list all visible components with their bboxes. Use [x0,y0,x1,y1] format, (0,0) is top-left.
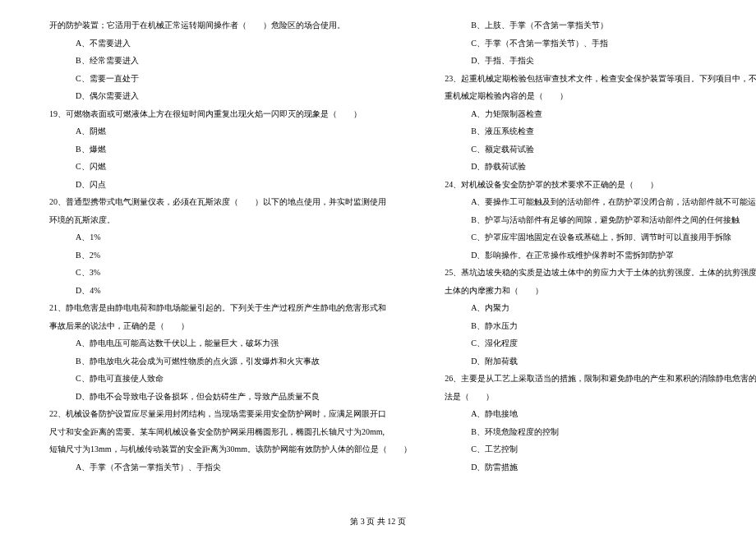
page-footer: 第 3 页 共 12 页 [0,516,756,527]
q19-opt-c: C、闪燃 [49,158,412,176]
q20-stem-1: 20、普通型携带式电气测量仪表，必须在瓦斯浓度（ ）以下的地点使用，并实时监测使… [49,193,412,211]
q23-opt-b: B、液压系统检查 [445,122,756,140]
q21-stem-2: 事故后果的说法中，正确的是（ ） [49,317,412,335]
q26-stem-1: 26、主要是从工艺上采取适当的措施，限制和避免静电的产生和累积的消除静电危害的重… [445,370,756,388]
q22-stem-2: 尺寸和安全距离的需要。某车间机械设备安全防护网采用椭圆形孔，椭圆孔长轴尺寸为20… [49,423,412,441]
q25-opt-d: D、附加荷载 [445,352,756,371]
page-columns: 开的防护装置；它适用于在机械正常运转期间操作者（ ）危险区的场合使用。 A、不需… [49,16,707,501]
q21-stem-1: 21、静电危害是由静电电荷和静电场能量引起的。下列关于生产过程所产生静电的危害形… [49,299,412,317]
q24-opt-c: C、护罩应牢固地固定在设备或基础上，拆卸、调节时可以直接用手拆除 [445,228,756,246]
q18-opt-c: C、需要一直处于 [49,70,412,88]
q22-stem-1: 22、机械设备防护设置应尽量采用封闭结构，当现场需要采用安全防护网时，应满足网眼… [49,405,412,423]
q25-opt-c: C、湿化程度 [445,334,756,352]
left-column: 开的防护装置；它适用于在机械正常运转期间操作者（ ）危险区的场合使用。 A、不需… [49,16,412,501]
q25-opt-a: A、内聚力 [445,299,756,317]
q20-opt-c: C、3% [49,264,412,282]
q23-opt-c: C、额定载荷试验 [445,140,756,159]
q21-opt-a: A、静电电压可能高达数千伏以上，能量巨大，破坏力强 [49,334,412,352]
q18-stem-cont: 开的防护装置；它适用于在机械正常运转期间操作者（ ）危险区的场合使用。 [49,16,412,35]
q18-opt-a: A、不需要进入 [49,35,412,53]
q26-opt-a: A、静电接地 [445,405,756,423]
q25-stem-2: 土体的内摩擦力和（ ） [445,282,756,300]
q23-stem-1: 23、起重机械定期检验包括审查技术文件，检查安全保护装置等项目。下列项目中，不属… [445,70,756,88]
q18-opt-d: D、偶尔需要进入 [49,87,412,105]
q19-opt-d: D、闪点 [49,176,412,194]
right-column: B、上肢、手掌（不含第一掌指关节） C、手掌（不含第一掌指关节）、手指 D、手指… [445,16,756,501]
q21-opt-d: D、静电不会导致电子设备损坏，但会妨碍生产，导致产品质量不良 [49,388,412,406]
q21-opt-b: B、静电放电火花会成为可燃性物质的点火源，引发爆炸和火灾事故 [49,352,412,371]
q23-opt-a: A、力矩限制器检查 [445,105,756,123]
q26-opt-d: D、防雷措施 [445,458,756,476]
q26-opt-b: B、环境危险程度的控制 [445,423,756,441]
q18-opt-b: B、经常需要进入 [49,52,412,70]
q22-opt-c: C、手掌（不含第一掌指关节）、手指 [445,35,756,53]
q24-opt-d: D、影响操作。在正常操作或维护保养时不需拆卸防护罩 [445,246,756,265]
q19-opt-b: B、爆燃 [49,140,412,159]
q21-opt-c: C、静电可直接使人致命 [49,370,412,388]
q26-opt-c: C、工艺控制 [445,440,756,458]
q22-opt-d: D、手指、手指尖 [445,52,756,70]
q20-opt-a: A、1% [49,228,412,246]
q20-stem-2: 环境的瓦斯浓度。 [49,211,412,229]
q22-opt-a: A、手掌（不含第一掌指关节）、手指尖 [49,458,412,476]
q24-opt-a: A、要操作工可能触及到的活动部件，在防护罩没闭合前，活动部件就不可能运转 [445,193,756,211]
q24-opt-b: B、护罩与活动部件有足够的间隙，避免防护罩和活动部件之间的任何接触 [445,211,756,229]
q22-opt-b: B、上肢、手掌（不含第一掌指关节） [445,16,756,35]
q23-stem-2: 重机械定期检验内容的是（ ） [445,87,756,105]
q19-stem: 19、可燃物表面或可燃液体上方在很短时间内重复出现火焰一闪即灭的现象是（ ） [49,105,412,123]
q26-stem-2: 法是（ ） [445,388,756,406]
q19-opt-a: A、阴燃 [49,122,412,140]
q22-stem-3: 短轴尺寸为13mm，与机械传动装置的安全距离为30mm。该防护网能有效防护人体的… [49,440,412,458]
q25-stem-1: 25、基坑边坡失稳的实质是边坡土体中的剪应力大于土体的抗剪强度。土体的抗剪强度来… [445,264,756,282]
q20-opt-d: D、4% [49,282,412,300]
q24-stem: 24、对机械设备安全防护罩的技术要求不正确的是（ ） [445,176,756,194]
q23-opt-d: D、静载荷试验 [445,158,756,176]
q25-opt-b: B、静水压力 [445,317,756,335]
q20-opt-b: B、2% [49,246,412,265]
